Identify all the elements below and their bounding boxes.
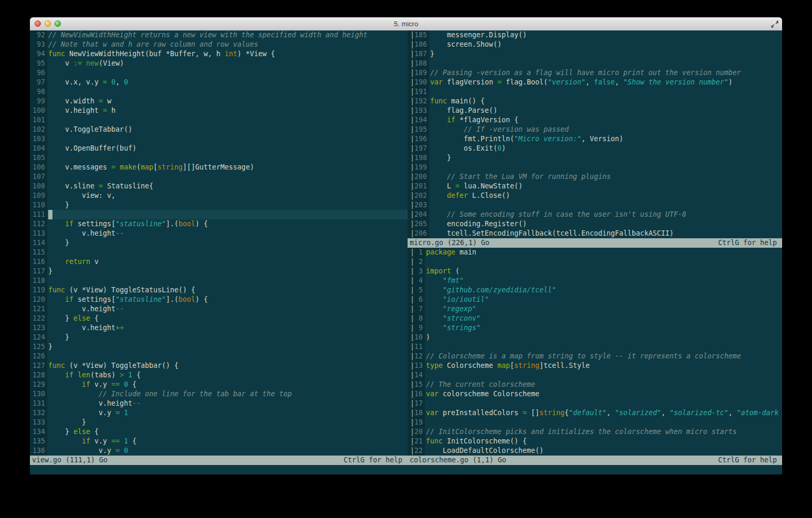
code-line[interactable]: |190var flagVersion = flag.Bool("version… (408, 78, 782, 87)
code-line[interactable]: |203 (408, 200, 782, 210)
code-line[interactable]: 114 } (30, 238, 408, 248)
command-line[interactable] (30, 465, 782, 474)
code-line[interactable]: 121 v.height-- (30, 304, 408, 314)
code-line[interactable]: 97 v.x, v.y = 0, 0 (30, 78, 408, 87)
code-line[interactable]: 120 if settings["statusline"].(bool) { (30, 295, 408, 304)
code-line[interactable]: |196 fmt.Println("Micro version:", Versi… (408, 134, 782, 144)
code-line[interactable]: 135 if v.y == 1 { (30, 437, 408, 446)
code-line[interactable]: 119func (v *View) ToggleStatusLine() { (30, 286, 408, 295)
code-line[interactable]: |20// InitColorscheme picks and initiali… (408, 427, 782, 437)
code-line[interactable]: |185 messenger.Display() (408, 30, 782, 40)
split-divider: | (410, 418, 414, 426)
code-line[interactable]: 122 } else { (30, 314, 408, 323)
code-line[interactable]: | 9 "strings" (408, 323, 782, 333)
code-line[interactable]: |18var preInstalledColors = []string{"de… (408, 408, 782, 418)
code-line[interactable]: |15// The current colorscheme (408, 380, 782, 389)
code-line[interactable]: 110 } (30, 200, 408, 210)
fullscreen-icon[interactable] (771, 20, 779, 28)
code-line[interactable]: | 4 "fmt" (408, 276, 782, 286)
code-line[interactable]: |198 } (408, 153, 782, 163)
code-area-micro-go[interactable]: |185 messenger.Display()|186 screen.Show… (408, 30, 782, 238)
code-line[interactable]: |188 (408, 59, 782, 68)
code-line[interactable]: 107 (30, 172, 408, 182)
code-line[interactable]: 130 // Include one line for the tab bar … (30, 389, 408, 399)
code-line[interactable]: |192func main() { (408, 97, 782, 106)
code-line[interactable]: 125} (30, 342, 408, 352)
code-line[interactable]: |16var colorscheme Colorscheme (408, 389, 782, 399)
code-line[interactable]: |11 (408, 342, 782, 352)
code-line[interactable]: |200 // Start the Lua VM for running plu… (408, 172, 782, 182)
code-line[interactable]: 132 v.y = 1 (30, 408, 408, 418)
code-line[interactable]: 111 (30, 210, 408, 219)
code-line[interactable]: |193 flag.Parse() (408, 106, 782, 115)
code-line[interactable]: | 5 "github.com/zyedidia/tcell" (408, 286, 782, 295)
code-line[interactable]: |204 // Some encoding stuff in case the … (408, 210, 782, 219)
code-line[interactable]: 131 v.height-- (30, 399, 408, 408)
code-line[interactable]: |186 screen.Show() (408, 40, 782, 49)
code-line[interactable]: |206 tcell.SetEncodingFallback(tcell.Enc… (408, 229, 782, 238)
code-line[interactable]: 106 v.messages = make(map[string][]Gutte… (30, 163, 408, 172)
code-line[interactable]: 95 v := new(View) (30, 59, 408, 68)
code-line[interactable]: |199 (408, 163, 782, 172)
code-line[interactable]: 105 (30, 153, 408, 163)
code-line[interactable]: |195 // If -version was passed (408, 125, 782, 134)
code-line[interactable]: |10) (408, 333, 782, 342)
code-line[interactable]: 93// Note that w and h are raw column an… (30, 40, 408, 49)
code-line[interactable]: |189// Passing -version as a flag will h… (408, 68, 782, 78)
code-line[interactable]: |22 LoadDefaultColorscheme() (408, 446, 782, 456)
code-line[interactable]: |202 defer L.Close() (408, 191, 782, 200)
code-line[interactable]: 115 (30, 248, 408, 257)
code-line[interactable]: |12// Colorscheme is a map from string t… (408, 352, 782, 361)
code-line[interactable]: 116 return v (30, 257, 408, 267)
code-line[interactable]: 101 (30, 115, 408, 125)
split-divider: | (410, 409, 414, 417)
code-line[interactable]: 104 v.OpenBuffer(buf) (30, 144, 408, 153)
code-line[interactable]: 96 (30, 68, 408, 78)
code-line[interactable]: 112 if settings["statusline"].(bool) { (30, 219, 408, 229)
code-line[interactable]: |194 if *flagVersion { (408, 115, 782, 125)
code-line[interactable]: | 3import ( (408, 267, 782, 276)
code-line[interactable]: 123 v.height++ (30, 323, 408, 333)
close-button[interactable] (35, 20, 41, 27)
code-line[interactable]: 134 } else { (30, 427, 408, 437)
code-line[interactable]: |201 L = lua.NewState() (408, 182, 782, 191)
code-line[interactable]: 124 } (30, 333, 408, 342)
code-line[interactable]: 100 v.height = h (30, 106, 408, 115)
code-line[interactable]: |197 os.Exit(0) (408, 144, 782, 153)
code-line[interactable]: 99 v.width = w (30, 97, 408, 106)
code-line[interactable]: | 8 "strconv" (408, 314, 782, 323)
code-line[interactable]: 136 v.y = 0 (30, 446, 408, 456)
code-line[interactable]: |13type Colorscheme map[string]tcell.Sty… (408, 361, 782, 371)
code-line[interactable]: | 1package main (408, 248, 782, 257)
code-line[interactable]: 109 view: v, (30, 191, 408, 200)
code-line[interactable]: |21func InitColorscheme() { (408, 437, 782, 446)
code-line[interactable]: | 7 "regexp" (408, 304, 782, 314)
minimize-button[interactable] (45, 20, 51, 27)
code-line[interactable]: 118 (30, 276, 408, 286)
code-line[interactable]: | 6 "io/ioutil" (408, 295, 782, 304)
code-line[interactable]: |19 (408, 418, 782, 427)
code-line[interactable]: 117} (30, 267, 408, 276)
code-line[interactable]: |17 (408, 399, 782, 408)
code-line[interactable]: 108 v.sline = Statusline{ (30, 182, 408, 191)
code-line[interactable]: 127func (v *View) ToggleTabbar() { (30, 361, 408, 371)
code-line[interactable]: |187} (408, 49, 782, 59)
code-line[interactable]: 94func NewViewWidthHeight(buf *Buffer, w… (30, 49, 408, 59)
code-line[interactable]: 128 if len(tabs) > 1 { (30, 371, 408, 380)
code-line[interactable]: 113 v.height-- (30, 229, 408, 238)
code-line[interactable]: 98 (30, 87, 408, 97)
code-line[interactable]: 126 (30, 352, 408, 361)
code-area-view-go[interactable]: 92// NewViewWidthHeight returns a new vi… (30, 30, 408, 456)
code-area-colorscheme-go[interactable]: | 1package main| 2| 3import (| 4 "fmt"| … (408, 248, 782, 456)
code-line[interactable]: |205 encoding.Register() (408, 219, 782, 229)
zoom-button[interactable] (55, 20, 61, 27)
code-line[interactable]: 92// NewViewWidthHeight returns a new vi… (30, 30, 408, 40)
code-line[interactable]: | 2 (408, 257, 782, 267)
code-line[interactable]: 102 v.ToggleTabbar() (30, 125, 408, 134)
code-line[interactable]: 103 (30, 134, 408, 144)
code-line[interactable]: |191 (408, 87, 782, 97)
titlebar[interactable]: 5. micro (30, 17, 782, 31)
code-line[interactable]: 133 } (30, 418, 408, 427)
code-line[interactable]: 129 if v.y == 0 { (30, 380, 408, 389)
code-line[interactable]: |14 (408, 371, 782, 380)
